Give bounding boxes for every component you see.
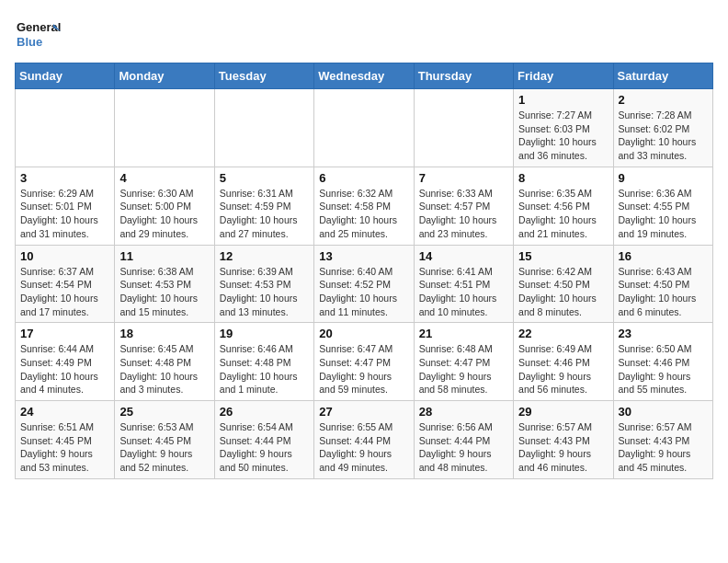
day-info: Sunrise: 6:29 AM Sunset: 5:01 PM Dayligh… [20, 187, 109, 241]
day-cell: 7Sunrise: 6:33 AM Sunset: 4:57 PM Daylig… [414, 167, 513, 245]
header: General Blue [15, 15, 713, 52]
day-info: Sunrise: 6:54 AM Sunset: 4:44 PM Dayligh… [220, 420, 309, 475]
day-info: Sunrise: 6:51 AM Sunset: 4:45 PM Dayligh… [20, 420, 109, 475]
day-info: Sunrise: 6:39 AM Sunset: 4:53 PM Dayligh… [220, 265, 309, 319]
day-number: 1 [518, 93, 608, 107]
day-cell: 27Sunrise: 6:55 AM Sunset: 4:44 PM Dayli… [314, 401, 414, 479]
day-cell: 13Sunrise: 6:40 AM Sunset: 4:52 PM Dayli… [314, 245, 414, 323]
day-info: Sunrise: 6:47 AM Sunset: 4:47 PM Dayligh… [319, 342, 408, 396]
day-info: Sunrise: 6:32 AM Sunset: 4:58 PM Dayligh… [319, 187, 408, 241]
day-number: 23 [619, 327, 708, 340]
day-number: 11 [119, 249, 209, 263]
day-info: Sunrise: 6:36 AM Sunset: 4:55 PM Dayligh… [619, 187, 708, 241]
header-saturday: Saturday [613, 63, 712, 89]
day-cell: 14Sunrise: 6:41 AM Sunset: 4:51 PM Dayli… [414, 245, 513, 323]
day-number: 10 [20, 249, 109, 263]
day-cell: 28Sunrise: 6:56 AM Sunset: 4:44 PM Dayli… [414, 401, 513, 479]
day-cell: 9Sunrise: 6:36 AM Sunset: 4:55 PM Daylig… [613, 167, 712, 245]
day-cell: 12Sunrise: 6:39 AM Sunset: 4:53 PM Dayli… [214, 245, 313, 323]
logo-svg: General Blue [15, 15, 61, 52]
day-number: 13 [319, 249, 408, 263]
header-monday: Monday [115, 63, 214, 89]
day-info: Sunrise: 6:43 AM Sunset: 4:50 PM Dayligh… [619, 265, 708, 319]
day-cell [414, 89, 513, 167]
day-cell: 19Sunrise: 6:46 AM Sunset: 4:48 PM Dayli… [214, 323, 313, 401]
day-number: 22 [518, 327, 608, 340]
day-cell: 16Sunrise: 6:43 AM Sunset: 4:50 PM Dayli… [613, 245, 712, 323]
day-cell: 21Sunrise: 6:48 AM Sunset: 4:47 PM Dayli… [414, 323, 513, 401]
day-number: 5 [220, 171, 309, 185]
day-cell: 25Sunrise: 6:53 AM Sunset: 4:45 PM Dayli… [115, 401, 214, 479]
day-cell: 3Sunrise: 6:29 AM Sunset: 5:01 PM Daylig… [16, 167, 115, 245]
logo: General Blue [15, 15, 61, 52]
day-number: 27 [319, 405, 408, 419]
day-cell: 26Sunrise: 6:54 AM Sunset: 4:44 PM Dayli… [214, 401, 313, 479]
day-cell: 5Sunrise: 6:31 AM Sunset: 4:59 PM Daylig… [214, 167, 313, 245]
day-number: 19 [220, 327, 309, 340]
day-cell: 30Sunrise: 6:57 AM Sunset: 4:43 PM Dayli… [613, 401, 712, 479]
day-cell: 23Sunrise: 6:50 AM Sunset: 4:46 PM Dayli… [613, 323, 712, 401]
calendar-header-row: SundayMondayTuesdayWednesdayThursdayFrid… [16, 63, 713, 89]
day-cell: 11Sunrise: 6:38 AM Sunset: 4:53 PM Dayli… [115, 245, 214, 323]
day-info: Sunrise: 6:44 AM Sunset: 4:49 PM Dayligh… [20, 342, 109, 396]
day-cell: 6Sunrise: 6:32 AM Sunset: 4:58 PM Daylig… [314, 167, 414, 245]
week-row-1: 3Sunrise: 6:29 AM Sunset: 5:01 PM Daylig… [16, 167, 713, 245]
day-cell: 20Sunrise: 6:47 AM Sunset: 4:47 PM Dayli… [314, 323, 414, 401]
day-number: 9 [619, 171, 708, 185]
day-number: 14 [419, 249, 508, 263]
day-cell: 8Sunrise: 6:35 AM Sunset: 4:56 PM Daylig… [514, 167, 613, 245]
day-info: Sunrise: 6:30 AM Sunset: 5:00 PM Dayligh… [119, 187, 209, 241]
day-number: 8 [518, 171, 608, 185]
day-number: 17 [20, 327, 109, 340]
week-row-3: 17Sunrise: 6:44 AM Sunset: 4:49 PM Dayli… [16, 323, 713, 401]
day-info: Sunrise: 6:40 AM Sunset: 4:52 PM Dayligh… [319, 265, 408, 319]
day-number: 2 [619, 93, 708, 107]
day-cell: 1Sunrise: 7:27 AM Sunset: 6:03 PM Daylig… [514, 89, 613, 167]
day-number: 30 [619, 405, 708, 419]
day-info: Sunrise: 6:38 AM Sunset: 4:53 PM Dayligh… [119, 265, 209, 319]
day-info: Sunrise: 6:56 AM Sunset: 4:44 PM Dayligh… [419, 420, 508, 475]
day-number: 15 [518, 249, 608, 263]
header-thursday: Thursday [414, 63, 513, 89]
day-info: Sunrise: 6:53 AM Sunset: 4:45 PM Dayligh… [119, 420, 209, 475]
header-sunday: Sunday [16, 63, 115, 89]
day-cell [314, 89, 414, 167]
day-info: Sunrise: 6:45 AM Sunset: 4:48 PM Dayligh… [119, 342, 209, 396]
day-info: Sunrise: 6:50 AM Sunset: 4:46 PM Dayligh… [619, 342, 708, 396]
day-number: 16 [619, 249, 708, 263]
header-tuesday: Tuesday [214, 63, 313, 89]
header-wednesday: Wednesday [314, 63, 414, 89]
day-cell [214, 89, 313, 167]
day-number: 29 [518, 405, 608, 419]
day-cell: 18Sunrise: 6:45 AM Sunset: 4:48 PM Dayli… [115, 323, 214, 401]
week-row-2: 10Sunrise: 6:37 AM Sunset: 4:54 PM Dayli… [16, 245, 713, 323]
day-cell: 2Sunrise: 7:28 AM Sunset: 6:02 PM Daylig… [613, 89, 712, 167]
day-cell [115, 89, 214, 167]
day-cell [16, 89, 115, 167]
day-number: 18 [119, 327, 209, 340]
day-number: 26 [220, 405, 309, 419]
day-cell: 15Sunrise: 6:42 AM Sunset: 4:50 PM Dayli… [514, 245, 613, 323]
day-number: 25 [119, 405, 209, 419]
day-cell: 17Sunrise: 6:44 AM Sunset: 4:49 PM Dayli… [16, 323, 115, 401]
day-cell: 4Sunrise: 6:30 AM Sunset: 5:00 PM Daylig… [115, 167, 214, 245]
day-number: 24 [20, 405, 109, 419]
day-info: Sunrise: 6:35 AM Sunset: 4:56 PM Dayligh… [518, 187, 608, 241]
day-cell: 22Sunrise: 6:49 AM Sunset: 4:46 PM Dayli… [514, 323, 613, 401]
svg-text:Blue: Blue [17, 35, 42, 49]
week-row-4: 24Sunrise: 6:51 AM Sunset: 4:45 PM Dayli… [16, 401, 713, 479]
day-info: Sunrise: 7:28 AM Sunset: 6:02 PM Dayligh… [619, 109, 708, 163]
header-friday: Friday [514, 63, 613, 89]
day-info: Sunrise: 6:49 AM Sunset: 4:46 PM Dayligh… [518, 342, 608, 396]
week-row-0: 1Sunrise: 7:27 AM Sunset: 6:03 PM Daylig… [16, 89, 713, 167]
day-info: Sunrise: 6:46 AM Sunset: 4:48 PM Dayligh… [220, 342, 309, 396]
day-number: 28 [419, 405, 508, 419]
day-info: Sunrise: 6:41 AM Sunset: 4:51 PM Dayligh… [419, 265, 508, 319]
day-cell: 10Sunrise: 6:37 AM Sunset: 4:54 PM Dayli… [16, 245, 115, 323]
day-info: Sunrise: 7:27 AM Sunset: 6:03 PM Dayligh… [518, 109, 608, 163]
day-info: Sunrise: 6:42 AM Sunset: 4:50 PM Dayligh… [518, 265, 608, 319]
day-number: 21 [419, 327, 508, 340]
day-number: 3 [20, 171, 109, 185]
day-info: Sunrise: 6:48 AM Sunset: 4:47 PM Dayligh… [419, 342, 508, 396]
day-info: Sunrise: 6:31 AM Sunset: 4:59 PM Dayligh… [220, 187, 309, 241]
